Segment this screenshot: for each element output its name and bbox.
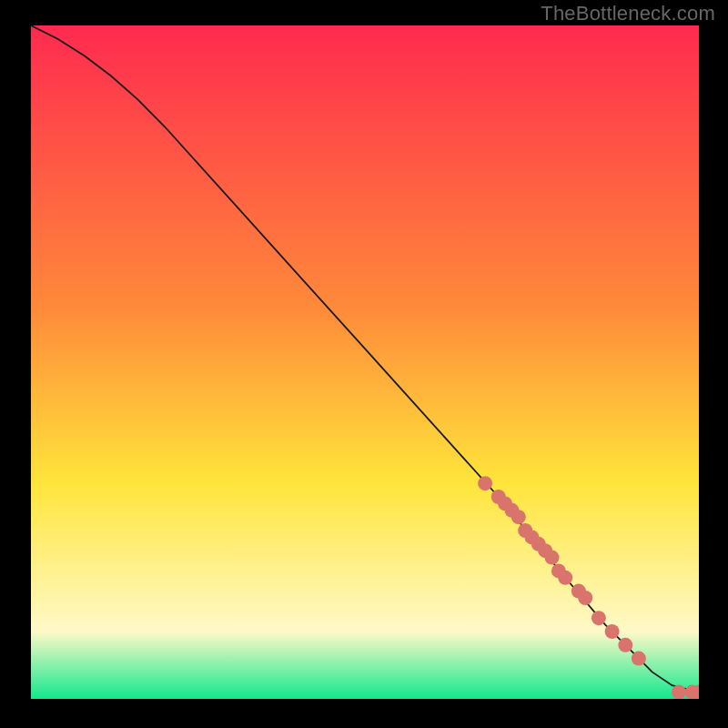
data-point [478, 476, 492, 490]
data-point [605, 624, 620, 639]
plot-svg [31, 25, 699, 699]
data-point [578, 591, 592, 605]
data-point [592, 611, 606, 625]
watermark-text: TheBottleneck.com [541, 2, 715, 25]
chart-frame: TheBottleneck.com [0, 0, 728, 728]
plot-area [31, 25, 699, 699]
data-point [511, 510, 526, 524]
data-point [672, 685, 686, 699]
data-point [618, 638, 632, 652]
data-point [632, 652, 646, 666]
gradient-background [31, 25, 699, 699]
data-point [545, 551, 560, 565]
data-point [558, 571, 572, 585]
